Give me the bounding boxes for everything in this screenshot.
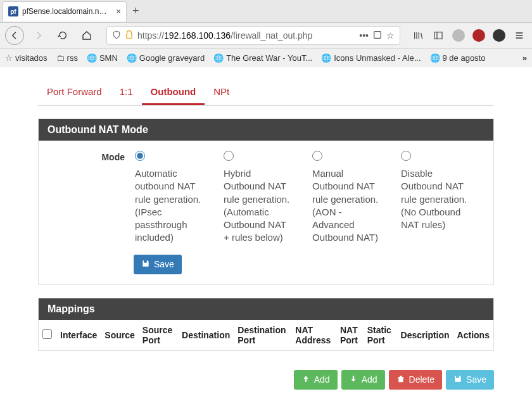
col-destination-port: Destination Port (234, 320, 291, 350)
tab-one-to-one[interactable]: 1:1 (111, 80, 142, 105)
close-icon[interactable]: × (116, 6, 121, 16)
page-viewport: Port Forward 1:1 Outbound NPt Outbound N… (0, 67, 532, 401)
bookmark-icons-unmasked[interactable]: 🌐Icons Unmasked - Ale... (321, 53, 421, 63)
bookmark-great-war[interactable]: 🌐The Great War - YouT... (213, 53, 312, 63)
globe-icon: 🌐 (87, 53, 97, 63)
mode-option-disable: Disable Outbound NAT rule generation.(No… (401, 151, 471, 245)
panel-title: Outbound NAT Mode (39, 119, 493, 141)
disk-icon (453, 374, 462, 385)
mappings-panel: Mappings Interface Source Source Port De… (38, 298, 494, 351)
new-tab-button[interactable]: + (127, 4, 144, 18)
tab-title: pfSense.localdomain.net - F (22, 7, 111, 16)
trash-icon (396, 374, 405, 385)
nat-tabs: Port Forward 1:1 Outbound NPt (38, 80, 494, 106)
mode-desc-manual: Manual Outbound NAT rule generation.(AON… (312, 167, 382, 245)
back-button[interactable] (5, 26, 24, 45)
col-nat-address: NAT Address (291, 320, 336, 350)
col-description: Description (397, 320, 453, 350)
tab-npt[interactable]: NPt (205, 80, 238, 105)
mode-option-manual: Manual Outbound NAT rule generation.(AON… (312, 151, 382, 245)
lock-warning-icon[interactable] (125, 30, 134, 41)
col-interface: Interface (56, 320, 101, 350)
bookmark-rss[interactable]: 🗀rss (56, 53, 78, 63)
extension-icon-1[interactable] (451, 28, 466, 43)
forward-button (29, 26, 48, 45)
arrow-up-icon (301, 374, 310, 385)
svg-rect-0 (374, 31, 381, 38)
delete-button[interactable]: Delete (389, 370, 442, 390)
mappings-table: Interface Source Source Port Destination… (39, 320, 493, 350)
bookmarks-bar: ☆visitados 🗀rss 🌐SMN 🌐Google graveyard 🌐… (0, 48, 532, 67)
home-button[interactable] (77, 26, 96, 45)
url-text: https://192.168.100.136/firewall_nat_out… (137, 30, 355, 41)
disk-icon (141, 259, 150, 270)
save-mode-button[interactable]: Save (134, 255, 182, 274)
page-content: Port Forward 1:1 Outbound NPt Outbound N… (25, 67, 507, 401)
col-actions: Actions (453, 320, 493, 350)
browser-chrome: pf pfSense.localdomain.net - F × + https… (0, 0, 532, 68)
mappings-title: Mappings (39, 298, 493, 320)
bookmark-smn[interactable]: 🌐SMN (87, 53, 118, 63)
bookmark-star-icon[interactable]: ☆ (386, 30, 395, 41)
bookmark-visitados[interactable]: ☆visitados (5, 53, 48, 63)
col-source-port: Source Port (139, 320, 178, 350)
reload-button[interactable] (53, 26, 72, 45)
col-source: Source (101, 320, 138, 350)
svg-rect-1 (434, 32, 442, 39)
mode-option-hybrid: Hybrid Outbound NAT rule generation.(Aut… (224, 151, 293, 245)
select-all-checkbox[interactable] (42, 329, 52, 339)
shield-icon[interactable] (112, 30, 121, 41)
radio-auto[interactable] (135, 151, 145, 161)
globe-icon: 🌐 (430, 53, 440, 63)
globe-icon: 🌐 (213, 53, 224, 63)
mode-label: Mode (49, 151, 125, 245)
col-static-port: Static Port (364, 320, 397, 350)
star-icon: ☆ (5, 53, 13, 63)
arrow-down-icon (349, 374, 358, 385)
tab-outbound[interactable]: Outbound (142, 80, 205, 105)
folder-icon: 🗀 (56, 53, 65, 63)
extension-icon-3[interactable] (491, 28, 507, 43)
library-icon[interactable] (410, 28, 426, 43)
bookmark-google-graveyard[interactable]: 🌐Google graveyard (127, 53, 205, 63)
mode-option-auto: Automatic outbound NAT rule generation.(… (135, 151, 205, 245)
favicon: pf (8, 6, 18, 16)
table-action-row: Add Add Delete Save (38, 364, 494, 396)
reader-icon[interactable] (372, 30, 383, 42)
mode-desc-disable: Disable Outbound NAT rule generation.(No… (401, 167, 471, 231)
nav-toolbar: https://192.168.100.136/firewall_nat_out… (0, 23, 532, 48)
col-nat-port: NAT Port (336, 320, 364, 350)
radio-manual[interactable] (312, 151, 322, 161)
bookmarks-overflow-icon[interactable]: » (522, 53, 527, 63)
add-top-button[interactable]: Add (294, 370, 338, 390)
mode-desc-hybrid: Hybrid Outbound NAT rule generation.(Aut… (224, 167, 293, 245)
col-destination: Destination (178, 320, 234, 350)
browser-tab-active[interactable]: pf pfSense.localdomain.net - F × (3, 1, 127, 22)
radio-disable[interactable] (401, 151, 411, 161)
outbound-mode-panel: Outbound NAT Mode Mode Automatic outboun… (38, 118, 494, 285)
url-bar[interactable]: https://192.168.100.136/firewall_nat_out… (106, 26, 400, 45)
tab-bar: pf pfSense.localdomain.net - F × + (0, 0, 532, 23)
tab-port-forward[interactable]: Port Forward (38, 80, 111, 105)
radio-hybrid[interactable] (224, 151, 234, 161)
mode-desc-auto: Automatic outbound NAT rule generation.(… (135, 167, 205, 245)
sidebar-icon[interactable] (431, 28, 446, 43)
add-bottom-button[interactable]: Add (341, 370, 385, 390)
save-table-button[interactable]: Save (446, 370, 494, 390)
page-actions-icon[interactable]: ••• (359, 30, 369, 41)
bookmark-9-agosto[interactable]: 🌐9 de agosto (430, 53, 486, 63)
globe-icon: 🌐 (127, 53, 137, 63)
hamburger-menu-icon[interactable] (512, 28, 527, 43)
extension-icon-2[interactable] (471, 28, 486, 43)
globe-icon: 🌐 (321, 53, 331, 63)
